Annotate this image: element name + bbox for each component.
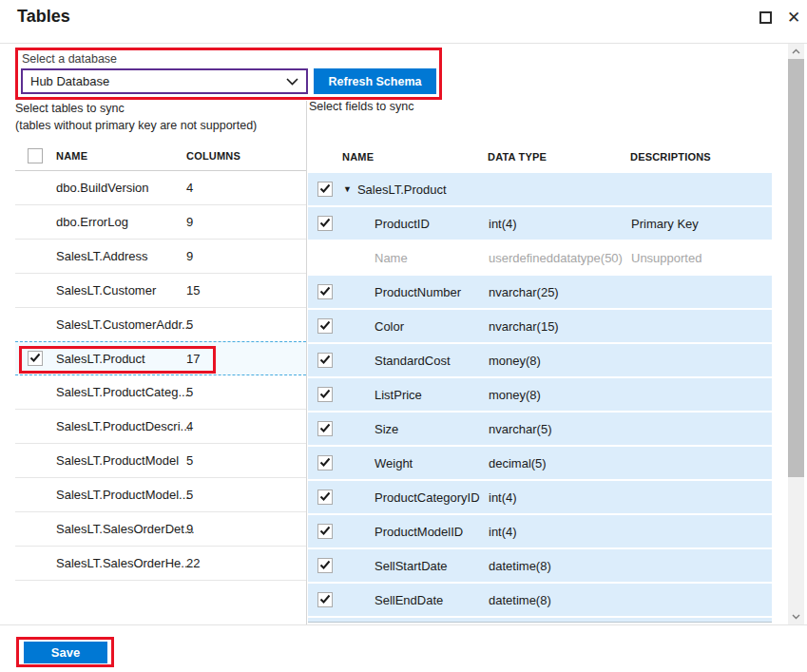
row-checkbox-checked[interactable] <box>317 284 333 299</box>
maximize-button[interactable] <box>757 9 774 26</box>
checkbox-placeholder <box>28 419 43 434</box>
table-row[interactable]: SalesLT.CustomerAddr...5 <box>15 308 306 342</box>
check-icon <box>319 217 331 231</box>
checkbox-placeholder <box>28 317 43 333</box>
field-row[interactable]: ProductNumbernvarchar(25) <box>308 276 772 308</box>
table-column-count: 5 <box>186 317 306 332</box>
table-column-count: 5 <box>186 453 306 468</box>
field-row[interactable]: Nameuserdefineddatatype(50)Unsupported <box>308 241 772 274</box>
database-select-label: Select a database <box>22 52 117 66</box>
table-row[interactable]: SalesLT.Product17 <box>15 341 306 375</box>
field-name: StandardCost <box>343 354 478 368</box>
maximize-icon <box>759 11 772 24</box>
checkbox-placeholder <box>28 283 43 298</box>
checkbox-placeholder <box>28 488 43 503</box>
table-row[interactable]: dbo.BuildVersion4 <box>15 171 306 205</box>
fields-header-row: NAME DATA TYPE DESCRIPTIONS <box>307 141 772 172</box>
field-row[interactable]: StandardCostmoney(8) <box>308 344 772 376</box>
field-row[interactable]: Sizenvarchar(5) <box>308 413 772 445</box>
table-column-count: 9 <box>186 249 306 263</box>
row-checkbox-checked[interactable] <box>317 387 333 402</box>
table-name: SalesLT.ProductCateg... <box>56 385 173 399</box>
tables-header-row: NAME COLUMNS <box>15 141 306 171</box>
table-row[interactable]: SalesLT.Customer15 <box>15 274 306 308</box>
row-checkbox-checked[interactable] <box>317 455 333 470</box>
field-data-type: datetime(8) <box>489 593 621 607</box>
row-checkbox-checked[interactable] <box>317 353 333 368</box>
row-checkbox-checked[interactable] <box>317 421 333 436</box>
select-all-checkbox[interactable] <box>28 148 43 163</box>
row-checkbox-checked[interactable] <box>317 182 333 197</box>
field-data-type: money(8) <box>489 388 621 402</box>
check-icon <box>319 388 331 402</box>
titlebar-divider <box>0 43 807 44</box>
check-icon <box>319 285 331 299</box>
field-name: SellEndDate <box>343 593 478 607</box>
tables-list: dbo.BuildVersion4dbo.ErrorLog9SalesLT.Ad… <box>15 171 306 581</box>
row-checkbox-checked[interactable] <box>317 592 333 607</box>
checkbox-placeholder <box>28 453 43 469</box>
row-checkbox-checked[interactable] <box>317 558 333 573</box>
field-row[interactable]: ListPricemoney(8) <box>308 378 772 411</box>
tables-panel-title: Select tables to sync <box>15 100 257 117</box>
check-icon <box>29 352 41 366</box>
table-row[interactable]: SalesLT.ProductModel...5 <box>15 478 306 512</box>
table-row[interactable]: SalesLT.ProductDescri...4 <box>15 410 306 444</box>
refresh-schema-button[interactable]: Refresh Schema <box>314 68 436 94</box>
table-row[interactable]: dbo.ErrorLog9 <box>15 205 306 240</box>
row-checkbox-checked[interactable] <box>317 524 333 539</box>
row-checkbox-checked[interactable] <box>317 216 333 231</box>
table-name: SalesLT.Product <box>56 352 173 366</box>
tables-panel-subtitle: (tables without primary key are not supp… <box>15 117 257 134</box>
scrollbar-thumb[interactable] <box>788 59 804 477</box>
table-name: SalesLT.ProductModel <box>56 453 173 468</box>
table-column-count: 5 <box>186 488 306 502</box>
scroll-down-icon[interactable] <box>788 609 804 624</box>
scroll-up-icon[interactable] <box>788 44 804 59</box>
table-name: dbo.ErrorLog <box>56 215 173 229</box>
check-icon <box>319 559 331 573</box>
row-checkbox-checked[interactable] <box>28 351 43 366</box>
field-name: Size <box>343 422 478 436</box>
field-data-type: nvarchar(25) <box>489 285 621 299</box>
table-row[interactable]: SalesLT.SalesOrderDet...9 <box>15 512 306 547</box>
field-row[interactable]: SellStartDatedatetime(8) <box>308 549 772 582</box>
fields-header-name: NAME <box>342 151 477 163</box>
field-data-type: decimal(5) <box>489 456 621 470</box>
table-name: SalesLT.SalesOrderHe... <box>56 556 173 570</box>
vertical-scrollbar[interactable] <box>788 44 804 624</box>
checkbox-placeholder <box>28 215 43 230</box>
triangle-down-icon[interactable]: ▼ <box>343 185 352 194</box>
field-group-row[interactable]: ▼SalesLT.Product <box>308 173 772 205</box>
field-data-type: nvarchar(5) <box>489 422 621 436</box>
field-row[interactable]: SellEndDatedatetime(8) <box>308 584 772 616</box>
save-button[interactable]: Save <box>24 642 107 663</box>
checkbox-placeholder <box>28 385 43 400</box>
field-description: Unsupported <box>631 251 772 265</box>
table-row[interactable]: SalesLT.ProductModel5 <box>15 444 306 478</box>
check-icon <box>319 456 331 470</box>
row-checkbox-checked[interactable] <box>317 490 333 505</box>
field-row[interactable]: Colornvarchar(15) <box>308 310 772 342</box>
table-row[interactable]: SalesLT.SalesOrderHe...22 <box>15 547 306 581</box>
field-row[interactable]: ProductModelIDint(4) <box>308 515 772 547</box>
table-row[interactable]: SalesLT.ProductCateg...5 <box>15 375 306 410</box>
table-name: SalesLT.CustomerAddr... <box>56 317 173 332</box>
table-name: SalesLT.SalesOrderDet... <box>56 522 173 536</box>
panel-divider <box>306 101 307 624</box>
field-data-type: money(8) <box>489 354 621 368</box>
table-row[interactable]: SalesLT.Address9 <box>15 240 306 274</box>
row-checkbox-checked[interactable] <box>317 318 333 334</box>
table-column-count: 22 <box>186 556 306 570</box>
field-row[interactable]: ProductIDint(4)Primary Key <box>308 207 772 240</box>
fields-header-descriptions: DESCRIPTIONS <box>630 151 772 163</box>
database-dropdown[interactable]: Hub Database <box>21 68 308 94</box>
field-row[interactable]: Weightdecimal(5) <box>308 447 772 479</box>
field-name: ProductID <box>343 217 478 231</box>
close-button[interactable]: ✕ <box>785 9 802 26</box>
field-data-type: int(4) <box>489 525 621 539</box>
table-column-count: 9 <box>186 522 306 536</box>
tables-header-columns: COLUMNS <box>186 150 306 162</box>
table-column-count: 15 <box>186 283 306 298</box>
field-row[interactable]: ProductCategoryIDint(4) <box>308 481 772 513</box>
